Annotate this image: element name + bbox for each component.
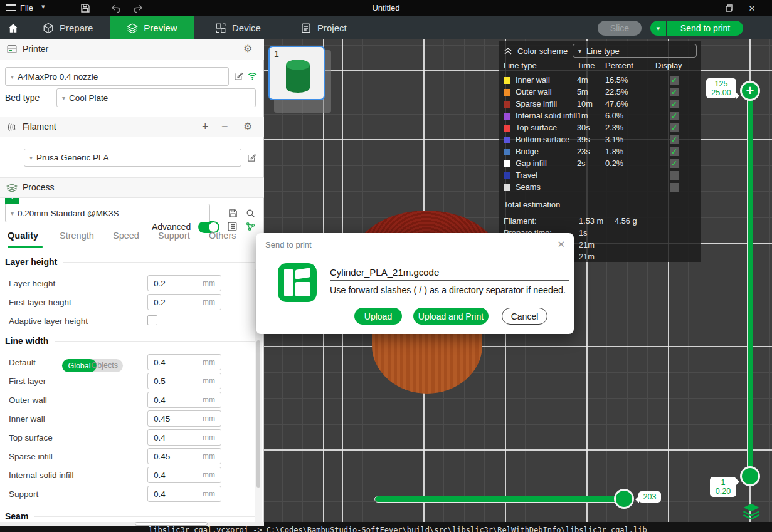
color-swatch — [504, 160, 510, 167]
view-mode-select[interactable]: ▾ Line type — [573, 44, 697, 58]
display-checkbox[interactable]: ✓ — [670, 159, 679, 168]
sparse-infill-line-width-input[interactable]: mm — [147, 448, 221, 464]
legend-row: Gap infill 2s 0.2% ✓ — [499, 158, 701, 170]
tab-quality[interactable]: Quality — [8, 231, 38, 241]
collapse-chevrons-icon[interactable] — [504, 46, 512, 55]
top-surface-line-width-input[interactable]: mm — [147, 429, 221, 446]
display-checkbox[interactable] — [670, 183, 679, 192]
first-layer-line-width-input[interactable]: mm — [147, 373, 221, 389]
tab-project[interactable]: Project — [300, 16, 347, 39]
save-preset-icon[interactable] — [228, 208, 238, 219]
process-scope-objects[interactable]: Objects — [92, 361, 118, 370]
first-layer-line-width-value[interactable] — [148, 377, 192, 386]
add-filament-icon[interactable]: + — [202, 120, 209, 133]
legend-row: Travel — [499, 170, 701, 182]
bed-type-label: Bed type — [5, 93, 40, 103]
tab-speed[interactable]: Speed — [113, 231, 139, 241]
outer-wall-line-width-input[interactable]: mm — [147, 392, 221, 408]
internal-solid-infill-line-width-input[interactable]: mm — [147, 467, 221, 483]
send-to-print-dialog: Send to print ✕ Use forward slashes ( / … — [256, 233, 574, 334]
filament-settings-gear-icon[interactable]: ⚙ — [243, 122, 252, 132]
default-line-width-value[interactable] — [148, 358, 192, 367]
tab-preview[interactable]: Preview — [110, 16, 194, 39]
display-checkbox[interactable]: ✓ — [670, 100, 679, 108]
inner-wall-line-width-value[interactable] — [148, 414, 192, 424]
console-output: libslic3r_cgal.vcxproj -> C:\Codes\Bambu… — [149, 526, 647, 532]
setting-label: Inner wall — [9, 414, 45, 424]
percent-value: 16.5% — [605, 75, 628, 85]
legend-divider — [501, 73, 697, 73]
printer-wifi-icon[interactable] — [247, 71, 258, 81]
outer-wall-line-width-value[interactable] — [148, 395, 192, 405]
layer-slider-track[interactable] — [748, 91, 753, 476]
process-section-header: Process Global Objects — [0, 177, 264, 198]
bed-type-select[interactable]: ▾ Cool Plate — [56, 88, 256, 107]
display-checkbox[interactable]: ✓ — [670, 123, 679, 132]
display-checkbox[interactable]: ✓ — [670, 76, 679, 85]
plate-thumbnail[interactable]: 1 — [268, 46, 325, 100]
home-tab[interactable] — [8, 16, 19, 39]
top-surface-line-width-value[interactable] — [148, 433, 192, 442]
legend-row: Seams — [499, 182, 701, 194]
support-line-width-input[interactable]: mm — [147, 486, 221, 502]
upload-button[interactable]: Upload — [354, 308, 402, 325]
tab-strength[interactable]: Strength — [60, 231, 94, 241]
printer-settings-gear-icon[interactable]: ⚙ — [243, 44, 252, 54]
send-dropdown-chevron-icon[interactable]: ▾ — [650, 21, 666, 36]
default-line-width-input[interactable]: mm — [147, 354, 221, 370]
first-layer-height-input[interactable]: mm — [147, 294, 221, 310]
layer-height-value[interactable] — [148, 279, 192, 288]
layer-slider-bottom-handle[interactable] — [740, 466, 760, 486]
slice-button[interactable]: Slice — [598, 21, 642, 36]
total-value2: 4.56 g — [615, 216, 637, 226]
color-swatch — [504, 184, 510, 191]
filament-preset-select[interactable]: ▾ Prusa Generic PLA — [24, 149, 241, 167]
tab-project-label: Project — [317, 23, 347, 33]
top-layer-height: 25.00 — [709, 88, 734, 97]
parameter-graph-icon[interactable] — [245, 221, 256, 232]
internal-solid-infill-line-width-value[interactable] — [148, 471, 192, 480]
filename-input[interactable] — [330, 264, 569, 281]
tab-device[interactable]: Device — [215, 16, 261, 39]
inner-wall-line-width-input[interactable]: mm — [147, 410, 221, 427]
display-checkbox[interactable]: ✓ — [670, 112, 679, 120]
tab-prepare[interactable]: Prepare — [43, 16, 93, 39]
support-line-width-value[interactable] — [148, 489, 192, 499]
move-slider-handle[interactable] — [614, 489, 634, 509]
process-preset-select[interactable]: ▾ 0.20mm Standard @MK3S — [5, 204, 210, 222]
layer-height-input[interactable]: mm — [147, 275, 221, 291]
maximize-button[interactable] — [719, 0, 740, 16]
close-button[interactable]: ✕ — [741, 0, 763, 16]
unit-label: mm — [203, 298, 215, 306]
layer-slider-top-handle[interactable]: + — [740, 81, 760, 101]
display-checkbox[interactable]: ✓ — [670, 147, 679, 156]
dialog-close-icon[interactable]: ✕ — [557, 239, 565, 250]
layers-icon[interactable] — [742, 501, 761, 520]
upload-and-print-button[interactable]: Upload and Print — [413, 308, 489, 325]
send-to-print-button[interactable]: Send to print — [667, 21, 743, 36]
cancel-button[interactable]: Cancel — [502, 308, 547, 325]
minimize-button[interactable]: — — [695, 0, 716, 16]
tab-others[interactable]: Others — [209, 231, 236, 241]
tab-support[interactable]: Support — [158, 231, 190, 241]
chevron-down-icon: ▾ — [11, 210, 14, 217]
printer-preset-select[interactable]: ▾ A4MaxPro 0.4 nozzle — [5, 67, 229, 86]
display-checkbox[interactable]: ✓ — [670, 135, 679, 144]
color-swatch — [504, 125, 510, 132]
color-scheme-label[interactable]: Color scheme — [517, 46, 568, 56]
printer-edit-icon[interactable] — [233, 71, 244, 81]
legend-row: Inner wall 4m 16.5% ✓ — [499, 75, 701, 86]
settings-scrollbar-thumb[interactable] — [256, 340, 260, 488]
filament-edit-icon[interactable] — [246, 152, 257, 163]
percent-value: 2.3% — [605, 123, 623, 132]
display-checkbox[interactable] — [670, 171, 679, 180]
search-icon[interactable] — [245, 208, 256, 219]
adaptive-layer-height-checkbox[interactable] — [147, 315, 157, 325]
process-scope-toggle[interactable]: Global Objects — [62, 359, 123, 372]
display-checkbox[interactable]: ✓ — [670, 88, 679, 96]
move-slider-track[interactable] — [375, 496, 627, 502]
first-layer-height-value[interactable] — [148, 298, 192, 307]
unit-label: mm — [203, 471, 215, 479]
remove-filament-icon[interactable]: − — [221, 120, 228, 133]
sparse-infill-line-width-value[interactable] — [148, 452, 192, 461]
